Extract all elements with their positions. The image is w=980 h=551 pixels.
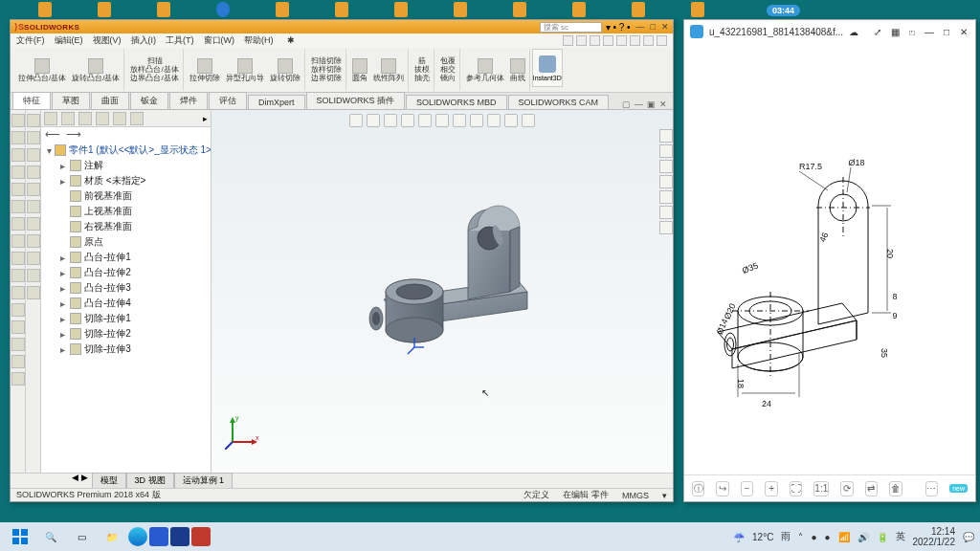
search-icon[interactable]: 🔍: [36, 524, 65, 549]
tool-icon[interactable]: [11, 183, 25, 196]
file-icon[interactable]: [276, 2, 289, 17]
menu-file[interactable]: 文件(F): [16, 34, 45, 47]
tree-tab-icon[interactable]: [44, 112, 57, 125]
close-button[interactable]: ✕: [661, 22, 669, 32]
tool-icon[interactable]: [11, 114, 25, 127]
app-icon[interactable]: [170, 527, 189, 546]
max-button[interactable]: □: [651, 22, 656, 32]
tool-icon[interactable]: [27, 131, 40, 144]
file-icon[interactable]: [98, 2, 111, 17]
rib-rib[interactable]: 筋: [414, 57, 430, 65]
tree-tab-icon[interactable]: [130, 112, 144, 125]
menu-help[interactable]: 帮助(H): [244, 34, 274, 47]
tree-tab-icon[interactable]: [78, 112, 92, 125]
tree-item[interactable]: 上视基准面: [43, 204, 209, 219]
rib-shell[interactable]: 抽壳: [414, 75, 430, 82]
rib-mirror[interactable]: 镜向: [440, 75, 456, 82]
rib-extrude-cut[interactable]: 拉伸切除: [189, 58, 220, 82]
edge-icon[interactable]: [128, 527, 147, 546]
taskpane-icon[interactable]: [659, 144, 673, 158]
volume-icon[interactable]: 🔊: [858, 532, 869, 542]
tree-item[interactable]: ▸凸台-拉伸1: [43, 250, 209, 265]
hud-icon[interactable]: [401, 114, 414, 127]
hud-icon[interactable]: [367, 114, 380, 127]
iv-min[interactable]: —: [924, 26, 935, 37]
tree-nav-fwd[interactable]: ⟶: [66, 128, 81, 141]
tab-cam[interactable]: SOLIDWORKS CAM: [508, 95, 610, 109]
rib-wrap[interactable]: 包覆: [440, 57, 456, 65]
rib-boundary-cut[interactable]: 边界切除: [311, 75, 342, 82]
qat-icon[interactable]: [616, 35, 627, 46]
rib-hole-wizard[interactable]: 异型孔向导: [226, 58, 264, 82]
tree-item[interactable]: 右视基准面: [43, 219, 209, 234]
file-icon[interactable]: [572, 2, 586, 17]
rib-ref-geom[interactable]: 参考几何体: [466, 58, 504, 82]
iv-expand-icon[interactable]: ⤢: [872, 26, 883, 37]
iv-max[interactable]: □: [941, 26, 952, 37]
iv-fit-icon[interactable]: ⛶: [790, 481, 802, 496]
menu-tools[interactable]: 工具(T): [166, 34, 194, 47]
rib-draft[interactable]: 拔模: [414, 66, 430, 74]
part-3d-model[interactable]: [355, 196, 546, 368]
tab-plugins[interactable]: SOLIDWORKS 插件: [306, 92, 406, 109]
solidworks-taskbar-icon[interactable]: [191, 527, 211, 546]
rib-sweep-cut[interactable]: 扫描切除: [311, 57, 342, 65]
tool-icon[interactable]: [11, 286, 25, 299]
iv-flip-icon[interactable]: ⇄: [865, 481, 878, 496]
tree-item[interactable]: ▸切除-拉伸1: [43, 311, 209, 326]
tray-chevron-icon[interactable]: ˄: [798, 532, 803, 542]
file-icon[interactable]: [454, 2, 467, 17]
tool-icon[interactable]: [11, 355, 25, 368]
tray-app-icon[interactable]: ●: [824, 532, 830, 542]
doc-close[interactable]: ✕: [659, 99, 667, 109]
bot-tab-model[interactable]: 模型: [92, 473, 126, 489]
iv-share-icon[interactable]: ⋯: [925, 481, 938, 496]
tab-evaluate[interactable]: 评估: [209, 92, 247, 109]
rib-boundary[interactable]: 边界凸台/基体: [130, 75, 178, 82]
tool-icon[interactable]: [27, 234, 40, 248]
feature-tree[interactable]: ▾零件1 (默认<<默认>_显示状态 1>) ▸注解▸材质 <未指定>前视基准面…: [41, 141, 211, 473]
iv-grid-icon[interactable]: ▦: [889, 26, 901, 37]
iv-actual-icon[interactable]: 1:1: [813, 481, 829, 496]
solidworks-titlebar[interactable]: ⟩S SOLIDWORKS 搜索 sc ▾ • ? • — □ ✕: [11, 20, 673, 33]
file-icon[interactable]: [691, 2, 704, 17]
tool-icon[interactable]: [11, 269, 25, 282]
menu-window[interactable]: 窗口(W): [204, 34, 235, 47]
iv-pin-icon[interactable]: ⏍: [906, 26, 918, 37]
rib-fillet[interactable]: 圆角: [352, 58, 368, 82]
tool-icon[interactable]: [11, 234, 25, 248]
menu-edit[interactable]: 编辑(E): [55, 34, 83, 47]
iv-titlebar[interactable]: u_432216981_8814138408&f... ☁ ⤢ ▦ ⏍ — □ …: [684, 20, 975, 43]
bot-tab-motion[interactable]: 运动算例 1: [174, 473, 234, 489]
tool-icon[interactable]: [11, 252, 25, 265]
file-icon[interactable]: [216, 2, 230, 17]
doc-min[interactable]: ▢: [622, 99, 631, 109]
tool-icon[interactable]: [27, 200, 40, 213]
tool-icon[interactable]: [11, 338, 25, 351]
tree-item[interactable]: ▸注解: [43, 158, 209, 173]
iv-zoom-in-icon[interactable]: +: [765, 481, 777, 496]
start-button[interactable]: [6, 524, 34, 549]
tray-app-icon[interactable]: ●: [811, 532, 816, 542]
hud-icon[interactable]: [522, 114, 535, 127]
rib-instant3d[interactable]: Instant3D: [532, 49, 563, 87]
tab-mbd[interactable]: SOLIDWORKS MBD: [406, 95, 507, 109]
tool-icon[interactable]: [27, 217, 40, 231]
tree-tab-icon[interactable]: [96, 112, 109, 125]
qat-icon[interactable]: [603, 35, 613, 46]
tab-weldments[interactable]: 焊件: [169, 92, 208, 109]
qat-icon[interactable]: [643, 35, 654, 46]
tab-sketch[interactable]: 草图: [52, 92, 90, 109]
tree-item[interactable]: 原点: [43, 234, 209, 250]
qat-icon[interactable]: [576, 35, 587, 46]
hud-icon[interactable]: [487, 114, 501, 127]
tab-dimxpert[interactable]: DimXpert: [248, 95, 305, 109]
iv-zoom-out-icon[interactable]: −: [741, 481, 753, 496]
taskpane-icon[interactable]: [659, 221, 673, 234]
tab-sheetmetal[interactable]: 钣金: [130, 92, 168, 109]
doc-rest[interactable]: ▣: [647, 99, 656, 109]
wifi-icon[interactable]: 📶: [838, 532, 850, 542]
rib-intersect[interactable]: 相交: [440, 66, 456, 74]
file-icon[interactable]: [157, 2, 170, 17]
hud-icon[interactable]: [453, 114, 466, 127]
